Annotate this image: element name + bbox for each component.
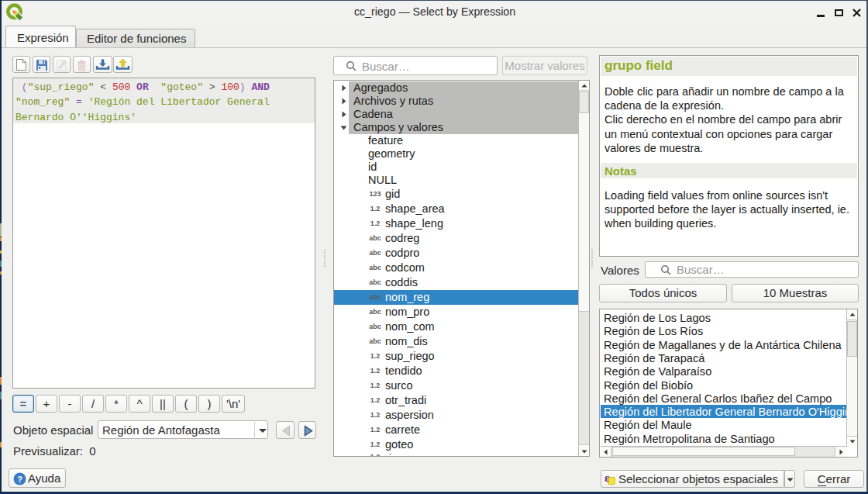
svg-text:?: ? <box>17 475 22 484</box>
